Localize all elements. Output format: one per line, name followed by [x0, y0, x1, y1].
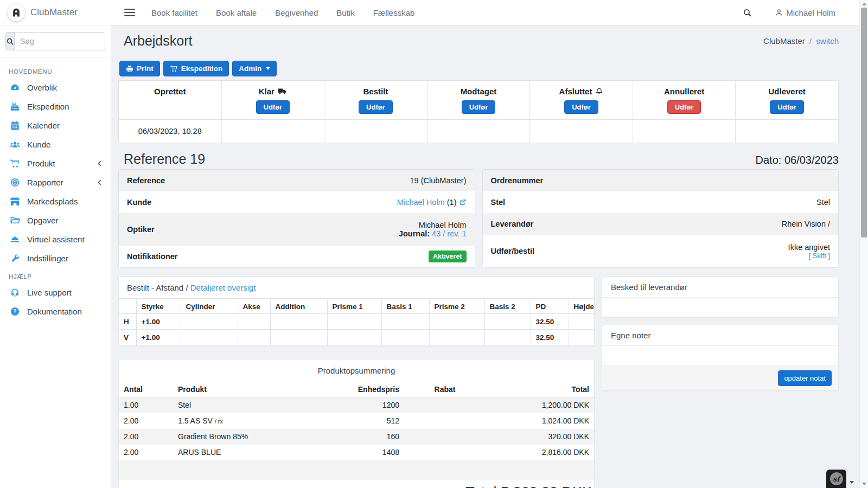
status-col-klar: Klar Udfør: [221, 81, 324, 120]
sidebar-item-ekspedition[interactable]: Ekspedition: [0, 97, 111, 116]
order-details-card: Reference 19 (ClubMaster) Kunde Michael …: [118, 169, 475, 268]
sidebar-item-opgaver[interactable]: Opgaver: [0, 211, 111, 230]
supplier-message-body: [602, 298, 838, 317]
journal-link[interactable]: 43 / rev. 1: [432, 229, 466, 238]
bell-icon: [595, 87, 603, 95]
supplier-details-card: Ordrenummer Stel Stel Leverandør Rhein V…: [482, 169, 839, 268]
sidebar-item-label: Produkt: [27, 159, 55, 168]
sidebar-item-label: Kunde: [27, 140, 50, 149]
product-summary-card: Produktopsummering Antal Produkt Enhedsp…: [118, 359, 595, 488]
udfor-udleveret-button[interactable]: Udfør: [770, 100, 804, 114]
sidebar-item-label: Kalender: [27, 121, 60, 130]
user-name: Michael Holm: [786, 8, 835, 17]
prescription-table: Styrke Cylinder Akse Addition Prisme 1 B…: [119, 299, 595, 345]
product-table: Antal Produkt Enhedspris Rabat Total 1.0…: [119, 382, 594, 460]
sidebar-item-label: Indstillinger: [27, 254, 68, 263]
sidebar-item-overblik[interactable]: Overblik: [0, 78, 111, 97]
breadcrumb-root: ClubMaster: [763, 36, 805, 46]
scroll-down-arrow-icon[interactable]: [862, 483, 866, 485]
sidebar-item-label: Opgaver: [27, 216, 59, 225]
users-icon: [10, 139, 20, 150]
reference-date: Dato: 06/03/2023: [756, 154, 839, 166]
profiler-toolbar-button[interactable]: sf: [826, 470, 846, 488]
detail-row-udfor-bestil: Udfør/bestil Ikke angivet [ Skift ]: [483, 235, 839, 267]
top-nav: Book facilitet Book aftale Begivenhed Bu…: [151, 8, 414, 17]
admin-dropdown-button[interactable]: Admin: [232, 61, 277, 76]
oprettet-timestamp: 06/03/2023, 10.28: [119, 120, 222, 143]
ekspedition-button[interactable]: Ekspedition: [163, 61, 229, 76]
customer-link[interactable]: Michael Holm: [397, 198, 445, 207]
udfor-modtaget-button[interactable]: Udfør: [462, 100, 496, 114]
udfor-annulleret-button[interactable]: Udfør: [667, 100, 701, 114]
status-col-bestilt: Bestilt Udfør: [324, 81, 427, 120]
sidebar-item-markedsplads[interactable]: Markedsplads: [0, 192, 111, 211]
nav-book-facilitet[interactable]: Book facilitet: [151, 8, 197, 17]
sidebar-item-kalender[interactable]: Kalender: [0, 116, 111, 135]
scrollbar-thumb[interactable]: [861, 8, 867, 237]
gauge-icon: [10, 82, 20, 93]
sidebar-section-help: HJÆLP: [0, 268, 111, 283]
sidebar-search-input[interactable]: [15, 33, 105, 50]
chevron-left-icon: [96, 160, 103, 167]
search-icon[interactable]: [6, 33, 15, 50]
status-col-oprettet: Oprettet: [119, 81, 222, 120]
chevron-left-icon: [96, 179, 103, 186]
breadcrumb-switch-link[interactable]: switch: [816, 36, 839, 46]
status-col-afsluttet: Afsluttet Udfør: [530, 81, 633, 120]
scroll-up-arrow-icon[interactable]: [862, 3, 866, 5]
sidebar-divider: [0, 57, 111, 57]
detaljeret-oversigt-link[interactable]: Detaljeret oversigt: [190, 283, 256, 292]
nav-book-aftale[interactable]: Book aftale: [216, 8, 257, 17]
sidebar-item-label: Ekspedition: [27, 102, 69, 111]
sidebar-item-produkt[interactable]: Produkt: [0, 154, 111, 173]
sidebar-item-label: Markedsplads: [27, 197, 78, 206]
brand-name: ClubMaster: [30, 7, 78, 18]
sidebar-item-live-support[interactable]: Live support: [0, 283, 111, 302]
breadcrumb-separator: /: [809, 36, 812, 46]
nav-butik[interactable]: Butik: [336, 8, 354, 17]
sidebar-item-label: Dokumentation: [27, 307, 82, 316]
sidebar-item-virtuel-assistent[interactable]: Virtuel assistent: [0, 230, 111, 249]
topbar: Book facilitet Book aftale Begivenhed Bu…: [111, 0, 868, 25]
brand-header[interactable]: ClubMaster: [0, 0, 111, 25]
detail-row-kunde: Kunde Michael Holm (1): [119, 191, 475, 213]
product-summary-title: Produktopsummering: [119, 359, 594, 382]
vertical-scrollbar[interactable]: [859, 0, 868, 488]
own-notes-body[interactable]: [602, 346, 838, 365]
nav-faellesskab[interactable]: Fællesskab: [373, 8, 415, 17]
skift-link[interactable]: [ Skift ]: [808, 252, 830, 260]
sidebar-item-kunde[interactable]: Kunde: [0, 135, 111, 154]
cart-icon: [10, 158, 20, 169]
status-col-modtaget: Modtaget Udfør: [427, 81, 530, 120]
print-button[interactable]: Print: [119, 61, 160, 76]
udfor-afsluttet-button[interactable]: Udfør: [564, 100, 598, 114]
menu-toggle-icon[interactable]: [124, 9, 135, 16]
reference-heading: Reference 19: [118, 151, 205, 167]
status-table: Oprettet Klar Udfør Bestilt Udfør: [118, 80, 839, 143]
search-icon[interactable]: [743, 8, 752, 17]
profiler-expand-caret[interactable]: [850, 481, 854, 484]
folder-open-icon: [10, 215, 20, 226]
svg-text:?: ?: [13, 309, 16, 314]
nav-begivenhed[interactable]: Begivenhed: [275, 8, 318, 17]
sidebar-item-label: Overblik: [27, 83, 57, 92]
udfor-klar-button[interactable]: Udfør: [256, 100, 290, 114]
store-icon: [10, 196, 20, 207]
update-note-button[interactable]: opdater notat: [778, 370, 832, 386]
supplier-message-title: Besked til leverandør: [602, 277, 838, 298]
truck-icon: [278, 87, 287, 96]
detail-row-stel: Stel Stel: [483, 191, 839, 213]
sidebar-item-rapporter[interactable]: Rapporter: [0, 173, 111, 192]
page-content: Arbejdskort ClubMaster / switch Print Ek…: [111, 25, 868, 488]
user-menu[interactable]: Michael Holm: [775, 8, 835, 17]
supplier-message-card: Besked til leverandør: [602, 277, 839, 318]
app-window: ClubMaster HOVEDMENU Overblik Ekspeditio…: [0, 0, 868, 488]
sidebar-item-label: Virtuel assistent: [27, 235, 85, 244]
sidebar-item-dokumentation[interactable]: ? Dokumentation: [0, 302, 111, 321]
chevron-down-icon: [266, 67, 270, 70]
udfor-bestilt-button[interactable]: Udfør: [359, 100, 393, 114]
detail-row-leverandor: Leverandør Rhein Vision /: [483, 213, 839, 235]
sidebar-item-indstillinger[interactable]: Indstillinger: [0, 249, 111, 268]
own-notes-title: Egne noter: [602, 325, 838, 346]
external-link-icon[interactable]: [459, 198, 467, 206]
